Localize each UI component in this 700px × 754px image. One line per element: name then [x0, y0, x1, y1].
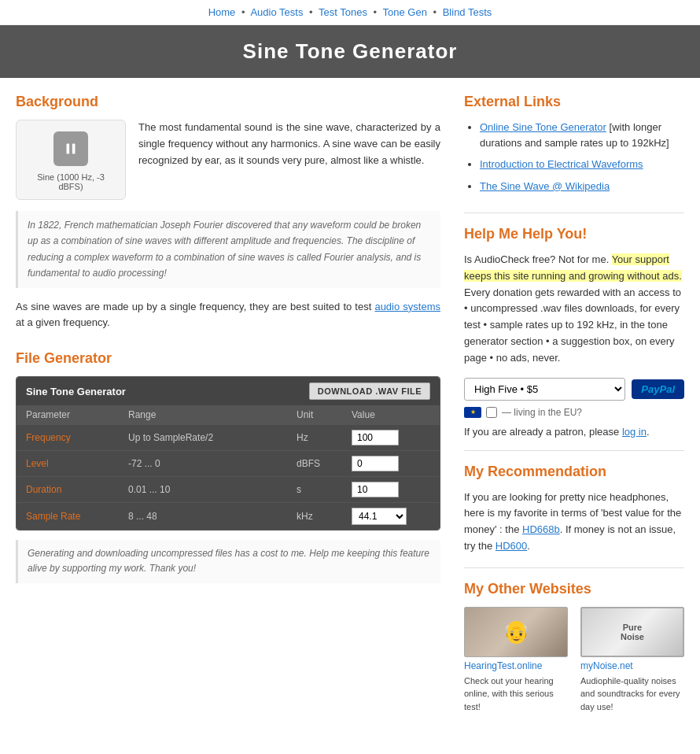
- generator-table: Sine Tone Generator DOWNLOAD .WAV FILE P…: [16, 376, 440, 530]
- level-range: -72 ... 0: [128, 458, 297, 469]
- level-param: Level: [26, 458, 128, 469]
- nav-blind-tests[interactable]: Blind Tests: [443, 6, 492, 18]
- file-generator-title: File Generator: [16, 350, 440, 367]
- donation-row: High Five • $5 Low Five • $2 Ten • $10 T…: [464, 378, 684, 401]
- frequency-range: Up to SampleRate/2: [128, 432, 297, 443]
- eu-text: — living in the EU?: [502, 407, 582, 418]
- eu-checkbox[interactable]: [486, 407, 497, 418]
- frequency-row: Frequency Up to SampleRate/2 Hz: [17, 424, 440, 450]
- right-column: External Links Online Sine Tone Generato…: [464, 94, 684, 713]
- hearing-test-desc: Check out your hearing online, with this…: [464, 675, 568, 714]
- external-links-title: External Links: [464, 94, 684, 110]
- nav-dot-2: •: [309, 6, 313, 18]
- patron-text-end: .: [647, 426, 650, 438]
- generator-header: Sine Tone Generator DOWNLOAD .WAV FILE: [17, 377, 440, 405]
- external-link-item-1: Introduction to Electrical Waveforms: [480, 157, 684, 172]
- duration-input[interactable]: [352, 482, 399, 497]
- donation-select[interactable]: High Five • $5 Low Five • $2 Ten • $10 T…: [464, 378, 625, 401]
- svg-rect-0: [67, 144, 70, 154]
- nav-home[interactable]: Home: [208, 6, 236, 18]
- nav-dot-4: •: [433, 6, 437, 18]
- frequency-param: Frequency: [26, 432, 128, 443]
- eu-row: ★ — living in the EU?: [464, 407, 684, 418]
- mynoise-link[interactable]: myNoise.net: [580, 660, 684, 671]
- login-link[interactable]: log in: [622, 426, 647, 438]
- wikipedia-link[interactable]: The Sine Wave @ Wikipedia: [480, 180, 610, 192]
- eu-flag-icon: ★: [464, 407, 481, 418]
- col-value: Value: [352, 409, 430, 420]
- nav-dot-1: •: [241, 6, 245, 18]
- background-main-text: The most fundamental sound is the sine w…: [138, 120, 440, 168]
- patron-text: If you are already a patron, please log …: [464, 426, 684, 438]
- external-links-list: Online Sine Tone Generator [with longer …: [464, 120, 684, 194]
- nav-tone-gen[interactable]: Tone Gen: [383, 6, 427, 18]
- help-text: Is AudioCheck free? Not for me. Your sup…: [464, 252, 684, 367]
- external-link-item-2: The Sine Wave @ Wikipedia: [480, 179, 684, 194]
- divider-1: [464, 213, 684, 213]
- nav-test-tones[interactable]: Test Tones: [319, 6, 367, 18]
- electrical-waveforms-link[interactable]: Introduction to Electrical Waveforms: [480, 158, 643, 170]
- background-title: Background: [16, 94, 440, 110]
- player-label: Sine (1000 Hz, -3 dBFS): [24, 172, 117, 191]
- sine-frequency-text: As sine waves are made up by a single fr…: [16, 299, 440, 332]
- hd668b-link[interactable]: HD668b: [522, 523, 560, 535]
- duration-row: Duration 0.01 ... 10 s: [17, 476, 440, 502]
- help-text-after: Every donation gets rewarded with an acc…: [464, 286, 681, 364]
- divider-2: [464, 450, 684, 451]
- sample-rate-select[interactable]: 8 16 22.05 44.1 48: [352, 508, 407, 525]
- mynoise-thumb: Pure Noise: [580, 607, 684, 657]
- play-button[interactable]: [53, 131, 88, 166]
- einstein-image: 👴: [465, 608, 567, 656]
- navigation: Home • Audio Tests • Test Tones • Tone G…: [0, 0, 700, 25]
- left-column: Background Sine (1000 Hz, -3 dBFS) The m…: [16, 94, 440, 713]
- nav-dot-3: •: [374, 6, 378, 18]
- nav-audio-tests[interactable]: Audio Tests: [250, 6, 303, 18]
- rec-text-3: .: [527, 540, 530, 552]
- other-websites-title: My Other Websites: [464, 581, 684, 597]
- level-row: Level -72 ... 0 dBFS: [17, 450, 440, 476]
- sample-rate-param: Sample Rate: [26, 511, 128, 522]
- level-input[interactable]: [352, 456, 399, 471]
- play-icon: [62, 140, 79, 157]
- download-wav-button[interactable]: DOWNLOAD .WAV FILE: [309, 383, 430, 400]
- paypal-button[interactable]: PayPal: [632, 379, 684, 399]
- other-websites-section: My Other Websites 👴 HearingTest.online C…: [464, 581, 684, 714]
- audio-systems-link[interactable]: audio systems: [374, 301, 440, 312]
- audio-player-box: Sine (1000 Hz, -3 dBFS): [16, 120, 126, 200]
- recommendation-text: If you are looking for pretty nice headp…: [464, 490, 684, 555]
- paypal-label: Pay: [641, 383, 659, 395]
- websites-grid: 👴 HearingTest.online Check out your hear…: [464, 607, 684, 714]
- col-parameter: Parameter: [26, 409, 128, 420]
- hearing-test-thumb: 👴: [464, 607, 568, 657]
- background-section: Background Sine (1000 Hz, -3 dBFS) The m…: [16, 94, 440, 331]
- website-card-hearing: 👴 HearingTest.online Check out your hear…: [464, 607, 568, 714]
- hearing-test-link[interactable]: HearingTest.online: [464, 660, 568, 671]
- external-links-section: External Links Online Sine Tone Generato…: [464, 94, 684, 194]
- frequency-input[interactable]: [352, 430, 399, 445]
- divider-3: [464, 567, 684, 568]
- fourier-quote: In 1822, French mathematician Joseph Fou…: [16, 211, 440, 288]
- quote-text: In 1822, French mathematician Joseph Fou…: [28, 220, 421, 279]
- col-unit: Unit: [297, 409, 352, 420]
- col-range: Range: [128, 409, 297, 420]
- hd600-link[interactable]: HD600: [496, 540, 527, 552]
- background-description: The most fundamental sound is the sine w…: [138, 120, 440, 168]
- sample-rate-range: 8 ... 48: [128, 511, 297, 522]
- frequency-unit: Hz: [297, 432, 352, 443]
- mynoise-desc: Audiophile-quality noises and soundtrack…: [580, 675, 684, 714]
- generator-note: Generating and downloading uncompressed …: [16, 540, 440, 582]
- online-generator-link[interactable]: Online Sine Tone Generator: [480, 121, 606, 133]
- external-link-item-0: Online Sine Tone Generator [with longer …: [480, 120, 684, 150]
- duration-unit: s: [297, 484, 352, 495]
- generator-note-text: Generating and downloading uncompressed …: [28, 548, 429, 574]
- recommendation-section: My Recommendation If you are looking for…: [464, 464, 684, 555]
- help-text-before: Is AudioCheck free? Not for me.: [464, 253, 612, 265]
- duration-range: 0.01 ... 10: [128, 484, 297, 495]
- generator-column-headers: Parameter Range Unit Value: [17, 405, 440, 424]
- noise-image: Pure Noise: [581, 608, 683, 656]
- help-title: Help Me Help You!: [464, 226, 684, 242]
- file-generator-section: File Generator Sine Tone Generator DOWNL…: [16, 350, 440, 582]
- page-title: Sine Tone Generator: [243, 39, 458, 63]
- level-unit: dBFS: [297, 458, 352, 469]
- page-header: Sine Tone Generator: [0, 25, 700, 78]
